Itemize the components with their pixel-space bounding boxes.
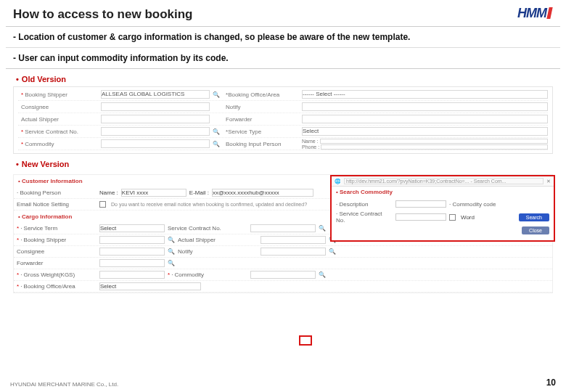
old-consignee-input[interactable] bbox=[101, 102, 210, 111]
footer-page-number: 10 bbox=[546, 377, 556, 388]
nv-commodity-input[interactable] bbox=[250, 271, 316, 279]
search-icon[interactable]: 🔍 bbox=[168, 237, 175, 243]
old-version-panel: *Booking Shipper ALLSEAS GLOBAL LOGISTIC… bbox=[13, 86, 553, 154]
old-consignee-label: Consignee bbox=[18, 104, 98, 110]
old-bip-phone-input[interactable] bbox=[321, 144, 548, 150]
nv-email-input[interactable]: xx@xxxx.xxxxhub@xxxxx bbox=[212, 189, 313, 197]
nv-service-contract-input[interactable] bbox=[250, 224, 316, 232]
nv-name-sublabel: Name : bbox=[99, 189, 118, 196]
nv-email-sublabel: E-Mail : bbox=[189, 189, 209, 196]
popup-word-label: Word bbox=[461, 214, 475, 221]
old-commodity-label: *Commodity bbox=[18, 141, 98, 147]
ie-icon: 🌐 bbox=[335, 179, 341, 184]
nv-actual-shipper-input[interactable] bbox=[261, 236, 326, 244]
search-icon[interactable]: 🔍 bbox=[213, 91, 220, 98]
popup-close-button[interactable]: Close bbox=[522, 226, 549, 234]
search-icon[interactable]: 🔍 bbox=[319, 225, 326, 232]
search-icon[interactable]: 🔍 bbox=[213, 128, 220, 135]
old-booking-office-label: *Booking Office/Area bbox=[223, 91, 299, 98]
search-icon[interactable]: 🔍 bbox=[213, 141, 220, 147]
nv-email-notice-label: Email Notice Setting bbox=[17, 201, 97, 208]
note-line-1: - Location of customer & cargo informati… bbox=[6, 27, 560, 48]
brand-logo: HMM bbox=[517, 6, 551, 21]
nv-consignee-input[interactable] bbox=[99, 248, 165, 256]
old-forwarder-input[interactable] bbox=[302, 115, 548, 123]
notes-block: - Location of customer & cargo informati… bbox=[6, 26, 560, 69]
nv-gross-weight-label: *· Gross Weight(KGS) bbox=[17, 271, 97, 278]
nv-booking-office-label: *· Booking Office/Area bbox=[17, 283, 97, 290]
search-icon[interactable]: 🔍 bbox=[329, 248, 336, 255]
popup-svc-contract-input[interactable] bbox=[395, 213, 446, 221]
note-line-2: - User can input commodity information b… bbox=[6, 48, 560, 68]
nv-forwarder-label: Forwarder bbox=[17, 260, 97, 266]
popup-addressbar: 🌐 http://dev.hmm21.com/?pvyNation=K39;Co… bbox=[332, 176, 554, 187]
old-svc-type-select[interactable]: Select bbox=[302, 127, 548, 136]
popup-word-checkbox[interactable] bbox=[449, 214, 456, 221]
nv-booking-person-label: · Booking Person bbox=[17, 189, 97, 196]
nv-commodity-label: *· Commodity bbox=[168, 271, 247, 278]
old-booking-shipper-input[interactable]: ALLSEAS GLOBAL LOGISTICS bbox=[101, 90, 210, 99]
popup-code-label: · Commodity code bbox=[449, 201, 496, 208]
old-svc-type-label: *Service Type bbox=[223, 128, 299, 135]
old-booking-shipper-label: *Booking Shipper bbox=[18, 91, 98, 98]
nv-notify-label: Notify bbox=[178, 248, 258, 255]
popup-description-label: · Description bbox=[336, 201, 393, 208]
old-booking-office-select[interactable]: ------ Select ------ bbox=[302, 90, 548, 99]
old-actual-shipper-label: Actual Shipper bbox=[18, 116, 98, 123]
old-bip-name-input[interactable] bbox=[320, 139, 548, 144]
nv-name-input[interactable]: KEVI xxxx bbox=[121, 189, 186, 197]
footer-copyright: HYUNDAI MERCHANT MARINE Co., Ltd. bbox=[10, 381, 118, 388]
nv-service-contract-label: Service Contract No. bbox=[168, 225, 247, 232]
nv-service-term-select[interactable]: Select bbox=[99, 224, 165, 232]
commodity-search-icon[interactable]: 🔍 bbox=[319, 271, 326, 278]
nv-booking-office-select[interactable]: Select bbox=[99, 282, 201, 290]
search-commodity-popup: 🌐 http://dev.hmm21.com/?pvyNation=K39;Co… bbox=[330, 175, 555, 242]
nv-notify-input[interactable] bbox=[261, 248, 326, 256]
nv-service-term-label: *· Service Term bbox=[17, 225, 97, 232]
old-notify-label: Notify bbox=[223, 104, 299, 110]
old-svc-contract-label: *Service Contract No. bbox=[18, 128, 98, 135]
old-svc-contract-input[interactable] bbox=[101, 127, 210, 136]
nv-consignee-label: Consignee bbox=[17, 248, 97, 255]
highlight-callout bbox=[299, 335, 312, 346]
old-notify-input[interactable] bbox=[302, 102, 548, 111]
nv-email-notice-checkbox[interactable] bbox=[99, 201, 106, 208]
close-icon[interactable]: ✕ bbox=[546, 179, 551, 184]
popup-search-button[interactable]: Search bbox=[519, 213, 549, 221]
nv-actual-shipper-label: Actual Shipper bbox=[178, 237, 258, 243]
popup-description-input[interactable] bbox=[395, 200, 446, 208]
search-icon[interactable]: 🔍 bbox=[168, 260, 175, 266]
old-bip-phone-label: Phone : bbox=[302, 144, 319, 150]
new-version-label: •New Version bbox=[0, 157, 566, 171]
popup-url: http://dev.hmm21.com/?pvyNation=K39;Cont… bbox=[344, 178, 544, 184]
search-icon[interactable]: 🔍 bbox=[168, 248, 175, 255]
popup-svc-contract-label: · Service Contract No. bbox=[336, 211, 393, 224]
old-actual-shipper-input[interactable] bbox=[101, 115, 210, 123]
old-commodity-input[interactable] bbox=[101, 139, 210, 148]
nv-booking-shipper-input[interactable] bbox=[99, 236, 165, 244]
page-title: How to access to new booking bbox=[0, 0, 566, 26]
nv-booking-shipper-label: *· Booking Shipper bbox=[17, 237, 97, 243]
old-version-label: •Old Version bbox=[0, 72, 566, 86]
nv-forwarder-input[interactable] bbox=[99, 259, 165, 267]
old-bip-name-label: Name : bbox=[302, 139, 319, 144]
old-booking-input-person-label: Booking Input Person bbox=[223, 141, 299, 147]
old-forwarder-label: Forwarder bbox=[223, 116, 299, 123]
new-version-panel: 🌐 http://dev.hmm21.com/?pvyNation=K39;Co… bbox=[13, 174, 553, 293]
nv-gross-weight-input[interactable] bbox=[99, 271, 165, 279]
popup-title: • Search Commodity bbox=[332, 187, 554, 197]
nv-email-notice-text: Do you want to receive email notice when… bbox=[111, 202, 307, 207]
